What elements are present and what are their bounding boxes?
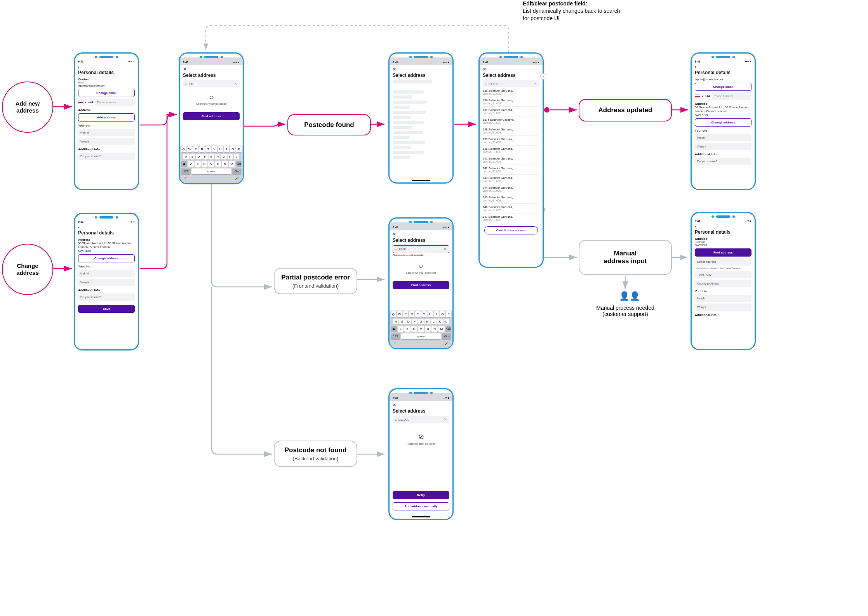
address-list-item[interactable]: 141 Solander Gardens,London, E1 0DE [483, 155, 539, 165]
address-list-item[interactable]: 135 Solander Gardens,London, E1 0DE [483, 87, 539, 97]
key-K[interactable]: K [228, 154, 233, 160]
key-B[interactable]: B [215, 161, 221, 167]
cant-find-button[interactable]: Can't find my address [484, 226, 538, 234]
key-D[interactable]: D [405, 319, 411, 324]
key-L[interactable]: L [444, 319, 449, 324]
key-U[interactable]: U [218, 146, 223, 152]
phone-input[interactable]: Phone number [711, 92, 751, 100]
save-button[interactable]: Save [78, 305, 135, 313]
address-list-item[interactable]: 138 Solander Gardens,London, E1 0DE [483, 126, 539, 136]
find-address-button[interactable]: Find address [393, 281, 449, 289]
weight-field[interactable]: Weight [695, 304, 751, 311]
address-list-item[interactable]: 137a Solander Gardens,London, E1 0DE [483, 116, 539, 126]
emoji-icon[interactable]: ☺ [393, 342, 397, 345]
postcode-search-input[interactable]: ⌕ E1E ✕ [183, 80, 240, 87]
key-W[interactable]: W [187, 146, 193, 152]
keyboard[interactable]: QWERTYUIOP ASDFGHJKL ◆ZXCVBNM⌫ 123 space… [390, 311, 452, 348]
key-P[interactable]: P [236, 146, 242, 152]
change-address-button[interactable]: Change address [695, 118, 751, 127]
address-list-item[interactable]: 137 Solander Gardens,London, E1 0DE [483, 107, 539, 116]
key-B[interactable]: B [425, 326, 431, 332]
add-manually-button[interactable]: Add address manually [393, 502, 449, 510]
address-list-item[interactable]: 144 Solander Gardens,London, E1 0DE [483, 184, 539, 194]
find-address-button[interactable]: Find address [183, 112, 240, 120]
key-Y[interactable]: Y [212, 146, 217, 152]
key-X[interactable]: X [195, 161, 201, 167]
key-H[interactable]: H [424, 319, 430, 324]
key-◆[interactable]: ◆ [391, 326, 397, 332]
back-icon[interactable]: ‹ [78, 225, 135, 229]
key-◆[interactable]: ◆ [181, 161, 187, 167]
clear-icon[interactable]: ✕ [444, 418, 447, 422]
clear-icon[interactable]: ✕ [534, 82, 537, 86]
key-T[interactable]: T [205, 146, 211, 152]
close-icon[interactable]: ✕ [393, 403, 449, 408]
retry-button[interactable]: Retry [393, 491, 449, 499]
key-I[interactable]: I [224, 146, 230, 152]
county-input[interactable]: County (optional) [695, 280, 751, 287]
address-list-item[interactable]: 147 Solander Gardens,London, E1 0DE [483, 213, 539, 223]
key-Z[interactable]: Z [188, 161, 194, 167]
key-123[interactable]: 123 [181, 168, 191, 174]
change-address-button[interactable]: Change address [78, 254, 135, 262]
key-G[interactable]: G [209, 154, 214, 160]
phone-input[interactable]: Phone number [95, 99, 135, 106]
key-E[interactable]: E [403, 311, 409, 317]
clear-icon[interactable]: ✕ [444, 247, 447, 251]
postcode-search-input[interactable]: ⌕ B312GL ✕ [393, 416, 449, 423]
key-Z[interactable]: Z [398, 326, 404, 332]
address-list-item[interactable]: 140 Solander Gardens,London, E1 0DE [483, 146, 539, 155]
key-I[interactable]: I [434, 311, 439, 317]
key-R[interactable]: R [409, 311, 414, 317]
smoke-field[interactable]: Do you smoke? [78, 153, 135, 160]
key-go[interactable]: Go [232, 168, 242, 174]
postcode-search-input[interactable]: ⌕ E1 0DE ✕ [483, 80, 539, 87]
address-list-item[interactable]: 142 Solander Gardens,London, E1 0DE [483, 165, 539, 175]
height-field[interactable]: Height [695, 295, 751, 302]
key-M[interactable]: M [438, 326, 445, 332]
key-P[interactable]: P [446, 311, 451, 317]
key-R[interactable]: R [199, 146, 205, 152]
key-⌫[interactable]: ⌫ [445, 326, 452, 332]
key-M[interactable]: M [229, 161, 235, 167]
weight-field[interactable]: Weight [78, 138, 135, 145]
smoke-field[interactable]: Do you smoke? [695, 158, 751, 165]
key-F[interactable]: F [202, 154, 208, 160]
close-icon[interactable]: ✕ [483, 67, 539, 72]
key-space[interactable]: space [191, 168, 231, 174]
key-space[interactable]: space [401, 333, 440, 339]
key-K[interactable]: K [437, 319, 443, 324]
key-W[interactable]: W [397, 311, 402, 317]
key-E[interactable]: E [193, 146, 199, 152]
key-N[interactable]: N [222, 161, 228, 167]
key-F[interactable]: F [412, 319, 417, 324]
key-V[interactable]: V [418, 326, 424, 332]
key-V[interactable]: V [208, 161, 214, 167]
back-icon[interactable]: ‹ [78, 64, 135, 69]
back-icon[interactable]: ‹ [695, 64, 751, 69]
key-Q[interactable]: Q [391, 311, 396, 317]
height-field[interactable]: Height [695, 134, 751, 141]
close-icon[interactable]: ✕ [183, 67, 240, 72]
key-U[interactable]: U [428, 311, 433, 317]
key-J[interactable]: J [221, 154, 226, 160]
street-input[interactable]: Street address [695, 258, 751, 265]
address-list-item[interactable]: 143 Solander Gardens,London, E1 0DE [483, 175, 539, 184]
emoji-icon[interactable]: ☺ [184, 177, 187, 180]
flag-icon[interactable] [695, 94, 700, 98]
key-Y[interactable]: Y [421, 311, 427, 317]
key-Q[interactable]: Q [181, 146, 186, 152]
change-email-button[interactable]: Change email [78, 89, 135, 97]
key-T[interactable]: T [415, 311, 421, 317]
change-email-button[interactable]: Change email [695, 83, 751, 91]
find-address-button[interactable]: Find address [695, 248, 751, 257]
close-icon[interactable]: ✕ [393, 67, 449, 72]
weight-field[interactable]: Weight [78, 279, 135, 286]
flag-icon[interactable] [78, 101, 83, 104]
height-field[interactable]: Height [78, 270, 135, 277]
address-list-item[interactable]: 145 Solander Gardens,London, E1 0DE [483, 194, 539, 204]
key-L[interactable]: L [234, 154, 239, 160]
key-A[interactable]: A [183, 154, 189, 160]
back-icon[interactable]: ‹ [695, 224, 751, 229]
key-H[interactable]: H [215, 154, 220, 160]
